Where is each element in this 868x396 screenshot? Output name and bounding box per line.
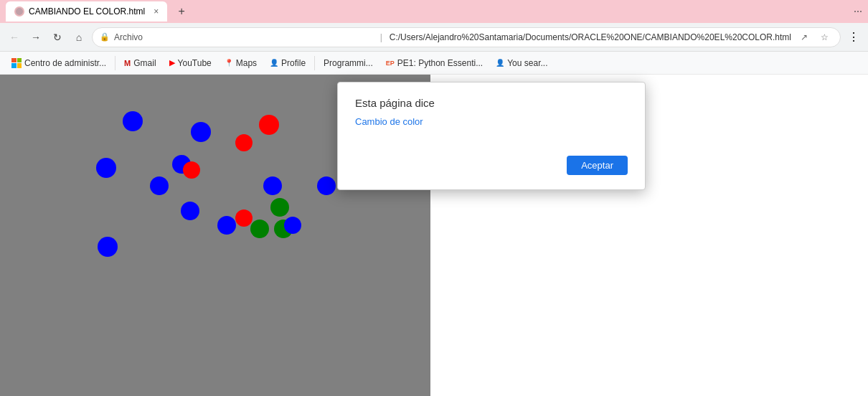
- tab-close-button[interactable]: ×: [154, 6, 159, 16]
- bookmark-programmi-label: Programmi...: [324, 58, 373, 68]
- active-tab[interactable]: CAMBIANDO EL COLOR.html ×: [6, 1, 167, 22]
- url-display: C:/Users/Alejandro%20Santamaria/Document…: [390, 32, 791, 42]
- bookmark-maps[interactable]: 📍 Maps: [219, 56, 263, 70]
- bookmark-gmail-label: Gmail: [133, 58, 156, 68]
- dialog-title: Esta página dice: [355, 97, 628, 109]
- ep-icon: EP: [386, 60, 395, 67]
- yt2-icon: 👤: [496, 59, 504, 67]
- dialog-accept-button[interactable]: Aceptar: [567, 156, 628, 175]
- bookmark-centro-label: Centro de administr...: [24, 58, 106, 68]
- tab-title: CAMBIANDO EL COLOR.html: [29, 6, 145, 16]
- bookmark-centro[interactable]: Centro de administr...: [6, 56, 112, 70]
- bookmark-youtube-label: YouTube: [178, 58, 212, 68]
- dialog-overlay: Esta página dice Cambio de color Aceptar: [0, 75, 868, 396]
- lock-icon: 🔒: [100, 32, 110, 42]
- dialog-actions: Aceptar: [355, 156, 628, 175]
- window-more-button[interactable]: ⋯: [854, 6, 862, 16]
- profile-icon: 👤: [270, 59, 278, 67]
- new-tab-button[interactable]: +: [173, 3, 190, 20]
- svg-point-0: [16, 8, 23, 15]
- bookmark-button[interactable]: ☆: [816, 29, 833, 46]
- address-bar: ← → ↻ ⌂ 🔒 Archivo | C:/Users/Alejandro%2…: [0, 23, 868, 52]
- gmail-icon: M: [124, 59, 131, 67]
- bookmark-yousear[interactable]: 👤 You sear...: [490, 56, 553, 70]
- ms-icon: [11, 58, 22, 68]
- bookmark-youtube[interactable]: ▶ YouTube: [164, 56, 217, 70]
- tab-favicon: [14, 6, 24, 16]
- bookmark-profile-label: Profile: [281, 58, 306, 68]
- browser-menu-button[interactable]: ⋮: [845, 29, 862, 46]
- youtube-icon: ▶: [169, 58, 175, 67]
- share-button[interactable]: ↗: [796, 29, 813, 46]
- bookmark-gmail[interactable]: M Gmail: [118, 56, 162, 70]
- dialog-message: Cambio de color: [355, 116, 628, 127]
- reload-button[interactable]: ↻: [49, 29, 66, 46]
- bookmark-profile[interactable]: 👤 Profile: [264, 56, 311, 70]
- address-input[interactable]: 🔒 Archivo | C:/Users/Alejandro%20Santama…: [92, 27, 841, 47]
- bookmark-programmi[interactable]: Programmi...: [318, 56, 379, 70]
- main-content: Esta página dice Cambio de color Aceptar: [0, 75, 868, 396]
- forward-button[interactable]: →: [27, 29, 44, 46]
- bookmark-pe1[interactable]: EP PE1: Python Essenti...: [380, 56, 489, 70]
- dialog-box: Esta página dice Cambio de color Aceptar: [337, 82, 646, 190]
- title-bar: CAMBIANDO EL COLOR.html × + ⋯: [0, 0, 868, 23]
- bookmark-pe1-label: PE1: Python Essenti...: [397, 58, 483, 68]
- bookmark-divider-2: [314, 56, 315, 70]
- archive-label: Archivo: [114, 32, 373, 42]
- bookmark-yousear-label: You sear...: [507, 58, 547, 68]
- bookmarks-bar: Centro de administr... M Gmail ▶ YouTube…: [0, 52, 868, 75]
- bookmark-maps-label: Maps: [236, 58, 257, 68]
- bookmark-divider-1: [115, 56, 115, 70]
- maps-icon: 📍: [225, 59, 233, 67]
- home-button[interactable]: ⌂: [70, 29, 88, 46]
- back-button[interactable]: ←: [6, 29, 23, 46]
